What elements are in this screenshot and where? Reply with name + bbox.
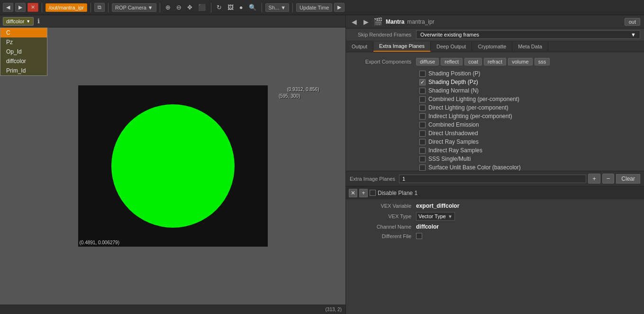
skip-rendered-select[interactable]: Overwrite existing frames ▼ xyxy=(416,30,640,39)
right-header: ◀ ▶ 🎬 Mantra mantra_ipr out xyxy=(346,15,644,28)
clear-button[interactable]: Clear xyxy=(616,174,640,184)
checkbox-row-direct_lighting: Direct Lighting (per-component) xyxy=(346,103,644,112)
export-chip-refract[interactable]: refract xyxy=(484,58,506,65)
checkbox-indirect_ray_samples[interactable] xyxy=(419,148,426,154)
checkbox-row-shading_normal: Shading Normal (N) xyxy=(346,86,644,95)
forward-button[interactable]: ▶ xyxy=(15,3,26,12)
checkbox-sss_single_multi[interactable] xyxy=(419,156,426,162)
svg-point-1 xyxy=(111,104,235,228)
checkbox-indirect_lighting[interactable] xyxy=(419,113,426,120)
vex-type-row: VEX Type Vector Type ▼ xyxy=(346,211,644,222)
chevron-down-icon: ▼ xyxy=(26,19,30,24)
camera-label: ROP Camera xyxy=(115,5,146,10)
sh-arrow-icon: ▼ xyxy=(281,5,286,10)
add-plane-button[interactable]: + xyxy=(588,174,600,184)
plane-close-button[interactable]: ✕ xyxy=(349,189,357,197)
checkbox-row-combined_lighting: Combined Lighting (per-component) xyxy=(346,95,644,103)
status-coord: (313, 2) xyxy=(326,307,342,312)
checkbox-row-sss_single_multi: SSS Single/Multi xyxy=(346,155,644,163)
checkbox-surface_unlit_base[interactable] xyxy=(419,165,426,171)
export-chip-diffuse[interactable]: diffuse xyxy=(416,58,439,65)
channel-menu-item-opid[interactable]: Op_Id xyxy=(0,47,47,56)
frame-button[interactable]: ⬛ xyxy=(196,3,208,12)
separator-3 xyxy=(108,3,109,12)
refresh-button[interactable]: ↻ xyxy=(215,3,224,12)
texture-button[interactable]: 🖼 xyxy=(226,3,236,12)
tab-deep-output[interactable]: Deep Output xyxy=(431,42,472,51)
info-button[interactable]: ℹ xyxy=(36,17,42,26)
channel-dropdown[interactable]: diffcolor ▼ xyxy=(3,17,34,26)
channel-menu-item-diffcolor[interactable]: diffcolor xyxy=(0,56,47,66)
tab-meta-data[interactable]: Meta Data xyxy=(512,42,548,51)
checkbox-direct_lighting[interactable] xyxy=(419,105,426,111)
vex-variable-value: export_diffcolor xyxy=(416,203,459,209)
channel-menu-item-primid[interactable]: Prim_Id xyxy=(0,66,47,75)
right-panel: ◀ ▶ 🎬 Mantra mantra_ipr out Skip Rendere… xyxy=(345,15,644,314)
export-chip-volume[interactable]: volume xyxy=(508,58,532,65)
sh-button[interactable]: Sh... ▼ xyxy=(265,3,290,12)
checkbox-shading_normal[interactable] xyxy=(419,88,426,94)
path-button[interactable]: /out/mantra_ipr xyxy=(45,3,87,12)
update-time-button[interactable]: Update Time xyxy=(296,3,332,12)
checkbox-list: Shading Position (P)✓Shading Depth (Pz)S… xyxy=(346,69,644,171)
sh-label: Sh... xyxy=(269,5,280,10)
vex-type-label: VEX Type xyxy=(350,213,416,219)
right-tabs: Output Extra Image Planes Deep Output Cr… xyxy=(346,41,644,52)
stop-button[interactable]: ✕ xyxy=(27,3,38,12)
remove-plane-button[interactable]: − xyxy=(602,174,615,184)
extra-image-planes-label: Extra Image Planes xyxy=(350,176,395,182)
main-toolbar: ◀ ▶ ✕ /out/mantra_ipr ⧉ ROP Camera ▼ ⊕ ⊖… xyxy=(0,0,644,15)
play-button[interactable]: ▶ xyxy=(334,3,345,12)
tab-extra-image-planes[interactable]: Extra Image Planes xyxy=(373,41,431,52)
checkbox-combined_lighting[interactable] xyxy=(419,96,426,102)
copy-button[interactable]: ⧉ xyxy=(94,3,105,12)
disable-plane-label: Disable Plane 1 xyxy=(378,190,417,196)
checkbox-label-direct_lighting: Direct Lighting (per-component) xyxy=(428,104,508,111)
zoom-fit-button[interactable]: ⊕ xyxy=(163,3,172,12)
skip-rendered-value: Overwrite existing frames xyxy=(420,32,479,37)
checkbox-label-combined_emission: Combined Emission xyxy=(428,121,479,128)
separator-6 xyxy=(262,3,262,12)
disable-plane-checkbox[interactable] xyxy=(370,190,376,196)
back-button[interactable]: ◀ xyxy=(3,3,13,12)
zoom-out-button[interactable]: ⊖ xyxy=(174,3,183,12)
checkbox-combined_emission[interactable] xyxy=(419,122,426,128)
checkbox-direct_ray_samples[interactable] xyxy=(419,139,426,145)
camera-arrow-icon: ▼ xyxy=(148,5,153,10)
right-back-button[interactable]: ◀ xyxy=(350,17,359,27)
export-chip-sss[interactable]: sss xyxy=(535,58,550,65)
export-chip-reflect[interactable]: reflect xyxy=(441,58,463,65)
channel-menu-item-pz[interactable]: Pz xyxy=(0,37,47,47)
checkbox-label-indirect_ray_samples: Indirect Ray Samples xyxy=(428,147,482,154)
dot-button[interactable]: ● xyxy=(237,3,245,12)
skip-rendered-label: Skip Rendered Frames xyxy=(350,32,416,37)
channel-label: diffcolor xyxy=(6,18,24,24)
extra-image-planes-bar: Extra Image Planes + − Clear xyxy=(346,171,644,186)
checkbox-shading_depth[interactable]: ✓ xyxy=(419,79,426,85)
export-components-label: Export Components xyxy=(350,59,416,65)
different-file-checkbox[interactable] xyxy=(416,233,422,239)
zoom-button[interactable]: 🔍 xyxy=(247,3,258,12)
plane-add-button[interactable]: + xyxy=(359,189,368,197)
pan-button[interactable]: ✥ xyxy=(185,3,194,12)
checkbox-label-sss_single_multi: SSS Single/Multi xyxy=(428,156,471,162)
right-forward-button[interactable]: ▶ xyxy=(362,17,371,27)
tab-cryptomatte[interactable]: Cryptomatte xyxy=(472,42,512,51)
tab-output[interactable]: Output xyxy=(346,42,373,51)
extra-image-planes-input[interactable] xyxy=(399,175,586,183)
channel-menu-item-c[interactable]: C xyxy=(0,28,47,37)
camera-button[interactable]: ROP Camera ▼ xyxy=(112,3,156,12)
checkbox-label-direct_ray_samples: Direct Ray Samples xyxy=(428,139,479,145)
checkbox-label-indirect_lighting: Indirect Lighting (per-component) xyxy=(428,113,512,120)
checkbox-direct_unshadowed[interactable] xyxy=(419,130,426,137)
export-chip-coat[interactable]: coat xyxy=(464,58,482,65)
checkbox-shading_pos[interactable] xyxy=(419,71,426,77)
checkbox-row-shading_depth: ✓Shading Depth (Pz) xyxy=(346,78,644,86)
coord-center-right: (595, 300) xyxy=(279,93,300,99)
right-header-subtitle: mantra_ipr xyxy=(407,18,434,25)
right-header-title: Mantra xyxy=(386,18,404,25)
render-viewport xyxy=(78,85,268,247)
separator-5 xyxy=(211,3,211,12)
vex-type-select[interactable]: Vector Type ▼ xyxy=(416,212,455,221)
mantra-icon: 🎬 xyxy=(373,17,383,26)
